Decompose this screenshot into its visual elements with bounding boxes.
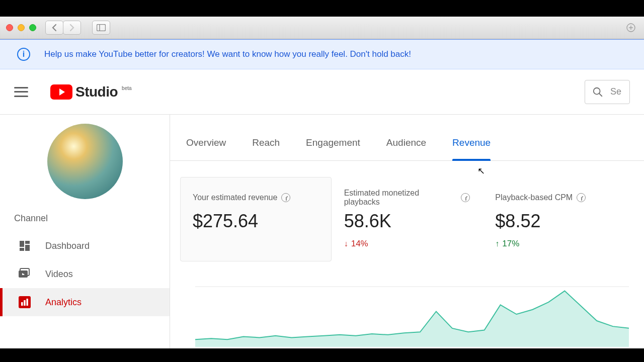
tab-overview[interactable]: Overview bbox=[186, 125, 226, 160]
svg-rect-17 bbox=[26, 299, 28, 306]
window-controls bbox=[6, 24, 36, 31]
minimize-window-button[interactable] bbox=[18, 24, 25, 31]
search-placeholder: Se bbox=[610, 86, 621, 97]
videos-icon bbox=[18, 267, 31, 281]
svg-line-6 bbox=[599, 93, 602, 96]
metric-title: Estimated monetized playbacks bbox=[344, 189, 457, 207]
clock-icon bbox=[577, 193, 586, 202]
main-content: Overview Reach Engagement Audience Reven… bbox=[170, 115, 644, 348]
svg-rect-8 bbox=[25, 241, 30, 244]
search-icon bbox=[592, 86, 603, 98]
metric-title: Playback-based CPM bbox=[495, 193, 573, 202]
metric-cards: Your estimated revenue $275.64 Estimated… bbox=[170, 161, 644, 261]
metric-delta: ↑ 17% bbox=[495, 239, 621, 249]
sidebar-item-videos[interactable]: Videos bbox=[0, 260, 170, 288]
svg-rect-16 bbox=[24, 300, 26, 306]
metric-estimated-revenue[interactable]: Your estimated revenue $275.64 bbox=[180, 177, 332, 261]
hamburger-menu-button[interactable] bbox=[14, 87, 28, 97]
sidebar-item-analytics[interactable]: Analytics bbox=[0, 288, 170, 316]
youtube-icon bbox=[50, 84, 72, 100]
metric-value: $8.52 bbox=[495, 211, 621, 232]
svg-rect-15 bbox=[21, 302, 23, 306]
studio-wordmark: Studio bbox=[75, 84, 118, 100]
close-window-button[interactable] bbox=[6, 24, 13, 31]
tab-revenue[interactable]: Revenue bbox=[452, 125, 491, 160]
forward-button[interactable] bbox=[63, 21, 81, 35]
channel-heading: Channel bbox=[0, 213, 170, 232]
clock-icon bbox=[461, 193, 470, 202]
sidebar-item-label: Analytics bbox=[45, 297, 82, 308]
channel-avatar[interactable] bbox=[47, 124, 123, 199]
sidebar-item-dashboard[interactable]: Dashboard bbox=[0, 232, 170, 260]
metric-value: $275.64 bbox=[193, 211, 319, 232]
revenue-chart bbox=[170, 261, 644, 348]
analytics-icon bbox=[18, 296, 31, 309]
back-button[interactable] bbox=[45, 21, 63, 35]
arrow-down-icon: ↓ bbox=[344, 239, 348, 248]
tab-reach[interactable]: Reach bbox=[252, 125, 280, 160]
search-input[interactable]: Se bbox=[585, 80, 630, 104]
new-tab-button[interactable] bbox=[624, 21, 638, 35]
dashboard-icon bbox=[18, 239, 31, 252]
svg-rect-10 bbox=[20, 248, 24, 251]
svg-rect-7 bbox=[20, 241, 24, 247]
studio-logo[interactable]: Studio beta bbox=[50, 84, 132, 100]
metric-value: 58.6K bbox=[344, 211, 470, 232]
sidebar: Channel Dashboard Videos Analytics bbox=[0, 115, 170, 348]
metric-playback-cpm[interactable]: Playback-based CPM $8.52 ↑ 17% bbox=[482, 177, 634, 261]
beta-tag: beta bbox=[122, 85, 131, 91]
letterbox-top bbox=[0, 0, 644, 17]
svg-rect-9 bbox=[25, 245, 30, 251]
info-icon: i bbox=[17, 48, 30, 61]
clock-icon bbox=[281, 193, 290, 202]
metric-monetized-playbacks[interactable]: Estimated monetized playbacks 58.6K ↓ 14… bbox=[332, 177, 483, 261]
metric-delta: ↓ 14% bbox=[344, 239, 470, 249]
sidebar-item-label: Videos bbox=[45, 269, 73, 280]
app-header: Studio beta Se bbox=[0, 69, 644, 115]
feedback-banner-text: Help us make YouTube better for creators… bbox=[44, 49, 411, 59]
tab-audience[interactable]: Audience bbox=[386, 125, 426, 160]
metric-title: Your estimated revenue bbox=[193, 193, 277, 202]
app-body: Channel Dashboard Videos Analytics bbox=[0, 115, 644, 348]
sidebar-item-label: Dashboard bbox=[45, 241, 90, 251]
svg-rect-0 bbox=[97, 25, 106, 31]
feedback-banner[interactable]: i Help us make YouTube better for creato… bbox=[0, 39, 644, 69]
zoom-window-button[interactable] bbox=[29, 24, 36, 31]
letterbox-bottom bbox=[0, 348, 644, 362]
sidebar-toggle-button[interactable] bbox=[92, 21, 110, 35]
arrow-up-icon: ↑ bbox=[495, 239, 499, 248]
app-stage: i Help us make YouTube better for creato… bbox=[0, 17, 644, 348]
analytics-tabs: Overview Reach Engagement Audience Reven… bbox=[170, 125, 644, 161]
browser-chrome bbox=[0, 17, 644, 39]
tab-engagement[interactable]: Engagement bbox=[306, 125, 360, 160]
